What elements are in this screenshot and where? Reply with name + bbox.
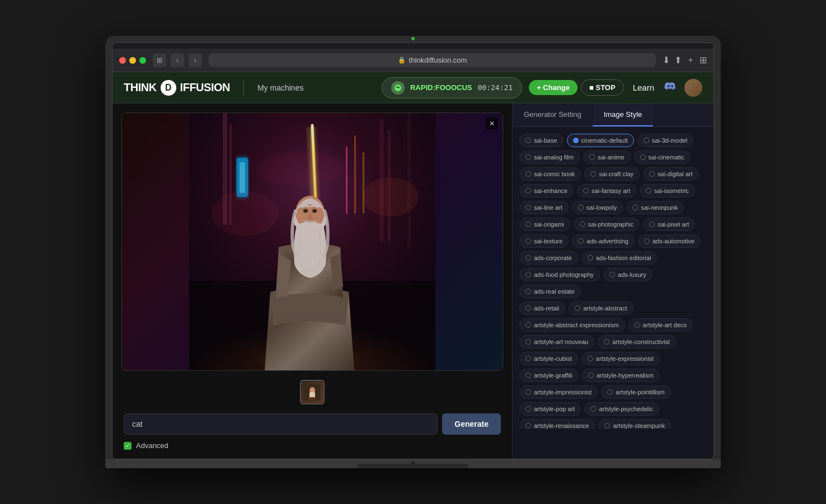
style-chip-sai-texture[interactable]: sai-texture — [519, 234, 569, 248]
style-chip-artstyle-constructivist[interactable]: artstyle-constructivist — [598, 335, 676, 348]
style-chip-artstyle-psychedelic[interactable]: artstyle-psychedelic — [584, 402, 659, 416]
style-chip-sai-comic-book[interactable]: sai-comic book — [519, 167, 581, 181]
style-chip-artstyle-cubist[interactable]: artstyle-cubist — [519, 352, 578, 365]
change-button[interactable]: + Change — [529, 80, 578, 95]
style-chip-ads-advertising[interactable]: ads-advertising — [572, 234, 635, 248]
styles-row: sai-texture ads-advertising ads-automoti… — [519, 234, 707, 248]
style-chip-artstyle-steampunk[interactable]: artstyle-steampunk — [598, 419, 671, 429]
style-chip-sai-photographic[interactable]: sai-photographic — [574, 218, 640, 231]
style-chip-artstyle-abstract-expressionism[interactable]: artstyle-abstract expressionism — [519, 318, 625, 332]
style-chip-artstyle-impressionist[interactable]: artstyle-impressionist — [519, 385, 598, 399]
advanced-row: ✓ Advanced — [121, 441, 503, 450]
style-chip-label: artstyle-steampunk — [613, 422, 665, 429]
style-chip-label: sai-enhance — [534, 187, 567, 194]
style-chip-sai-digital-art[interactable]: sai-digital art — [643, 167, 698, 181]
style-chip-sai-craft-clay[interactable]: sai-craft clay — [584, 167, 640, 181]
styles-row: sai-enhance sai-fantasy art sai-isometri… — [519, 184, 707, 197]
style-chip-label: sai-pixel art — [658, 221, 689, 228]
radio-dot — [649, 171, 655, 177]
address-bar[interactable]: 🔒 thinkdiffusion.com — [209, 53, 656, 67]
url-text: thinkdiffusion.com — [409, 56, 467, 64]
style-chip-ads-automotive[interactable]: ads-automotive — [638, 234, 701, 248]
back-button[interactable]: ‹ — [171, 54, 184, 67]
style-chip-artstyle-pop-art[interactable]: artstyle-pop art — [519, 402, 581, 416]
style-chip-sai-pixel-art[interactable]: sai-pixel art — [643, 218, 695, 231]
browser-actions: ⬇ ⬆ ＋ ⊞ — [663, 54, 707, 66]
style-chip-label: artstyle-graffiti — [534, 372, 572, 379]
style-chip-artstyle-expressionist[interactable]: artstyle-expressionist — [581, 352, 660, 365]
style-chip-sai-enhance[interactable]: sai-enhance — [519, 184, 574, 197]
styles-row: artstyle-cubist artstyle-expressionist — [519, 352, 707, 365]
radio-dot — [583, 188, 589, 194]
radio-dot — [525, 305, 531, 311]
style-chip-sai-neonpunk[interactable]: sai-neonpunk — [626, 201, 684, 214]
style-chip-sai-base[interactable]: sai-base — [519, 134, 564, 147]
style-chip-sai-lowpoly[interactable]: sai-lowpoly — [572, 201, 623, 214]
style-chip-sai-line-art[interactable]: sai-line art — [519, 201, 569, 214]
style-chip-sai-3d-model[interactable]: sai-3d-model — [637, 134, 694, 147]
styles-row: artstyle-impressionist artstyle-pointill… — [519, 385, 707, 399]
new-tab-icon[interactable]: ＋ — [686, 54, 695, 66]
tab-generator-setting[interactable]: Generator Setting — [513, 103, 593, 126]
style-chip-cinematic-default[interactable]: cinematic-default — [567, 134, 634, 147]
wizard-image-svg — [189, 113, 435, 370]
maximize-window-button[interactable] — [139, 57, 146, 64]
style-chip-artstyle-abstract[interactable]: artstyle-abstract — [569, 302, 633, 315]
minimize-window-button[interactable] — [129, 57, 136, 64]
style-chip-ads-food-photography[interactable]: ads-food photography — [519, 268, 600, 281]
close-window-button[interactable] — [119, 57, 126, 64]
style-chip-sai-anime[interactable]: sai-anime — [583, 150, 631, 164]
logo-d-icon: D — [161, 80, 176, 96]
my-machines-link[interactable]: My machines — [257, 83, 303, 92]
discord-icon[interactable] — [663, 80, 675, 95]
thumbnail-item[interactable] — [300, 380, 325, 404]
style-chip-sai-analog-film[interactable]: sai-analog film — [519, 150, 580, 164]
prompt-input[interactable] — [124, 413, 438, 435]
style-chip-label: ads-fashion editorial — [596, 255, 651, 261]
style-chip-ads-luxury[interactable]: ads-luxury — [603, 268, 653, 281]
share-icon[interactable]: ⬆ — [674, 55, 682, 65]
radio-dot — [573, 138, 579, 143]
logo[interactable]: THINK D IFFUSION — [124, 80, 230, 96]
style-chip-artstyle-hyperrealism[interactable]: artstyle-hyperrealism — [582, 369, 660, 382]
style-chip-artstyle-graffiti[interactable]: artstyle-graffiti — [519, 369, 579, 382]
download-icon[interactable]: ⬇ — [663, 55, 670, 65]
generate-button[interactable]: Generate — [442, 413, 501, 435]
machine-timer: 00:24:21 — [478, 83, 513, 92]
grid-icon[interactable]: ⊞ — [700, 55, 707, 65]
style-chip-ads-real-estate[interactable]: ads-real estate — [519, 285, 581, 298]
stop-button[interactable]: ■ STOP — [581, 79, 624, 96]
styles-row: ads-retail artstyle-abstract — [519, 302, 707, 315]
style-chip-artstyle-art-nouveau[interactable]: artstyle-art nouveau — [519, 335, 594, 348]
style-chip-ads-corporate[interactable]: ads-corporate — [519, 251, 578, 265]
sidebar-toggle-button[interactable]: ⊞ — [153, 54, 166, 67]
learn-link[interactable]: Learn — [633, 83, 654, 92]
tab-image-style[interactable]: Image Style — [593, 103, 654, 126]
style-chip-ads-retail[interactable]: ads-retail — [519, 302, 565, 315]
style-chip-artstyle-art-deco[interactable]: artstyle-art deco — [628, 318, 693, 332]
forward-button[interactable]: › — [189, 54, 202, 67]
style-chip-sai-origami[interactable]: sai-origami — [519, 218, 570, 231]
style-chip-ads-fashion-editorial[interactable]: ads-fashion editorial — [581, 251, 657, 265]
advanced-checkbox[interactable]: ✓ — [124, 442, 132, 450]
radio-dot — [632, 205, 638, 210]
style-chip-sai-fantasy-art[interactable]: sai-fantasy art — [577, 184, 636, 197]
style-chip-sai-cinematic[interactable]: sai-cinematic — [634, 150, 691, 164]
style-chip-label: sai-comic book — [534, 171, 575, 177]
image-close-button[interactable]: ✕ — [486, 117, 498, 130]
radio-dot — [589, 154, 595, 160]
machine-name: RAPID:FOOOCUS — [410, 83, 472, 92]
style-chip-artstyle-renaissance[interactable]: artstyle-renaissance — [519, 419, 595, 429]
style-chip-label: artstyle-pointillism — [616, 389, 664, 395]
style-chip-label: sai-texture — [534, 238, 562, 244]
style-chip-label: ads-automotive — [653, 238, 694, 244]
style-chip-label: ads-luxury — [618, 271, 646, 278]
user-avatar[interactable] — [684, 79, 702, 97]
style-chip-label: sai-photographic — [588, 221, 633, 228]
styles-row: sai-analog film sai-anime sai-cinematic — [519, 150, 707, 164]
thumbnail-image — [302, 381, 323, 403]
top-nav: THINK D IFFUSION My machines RAPID:FOOOC… — [112, 72, 714, 103]
style-chip-artstyle-pointillism[interactable]: artstyle-pointillism — [601, 385, 670, 399]
radio-dot — [604, 423, 610, 428]
style-chip-sai-isometric[interactable]: sai-isometric — [640, 184, 695, 197]
